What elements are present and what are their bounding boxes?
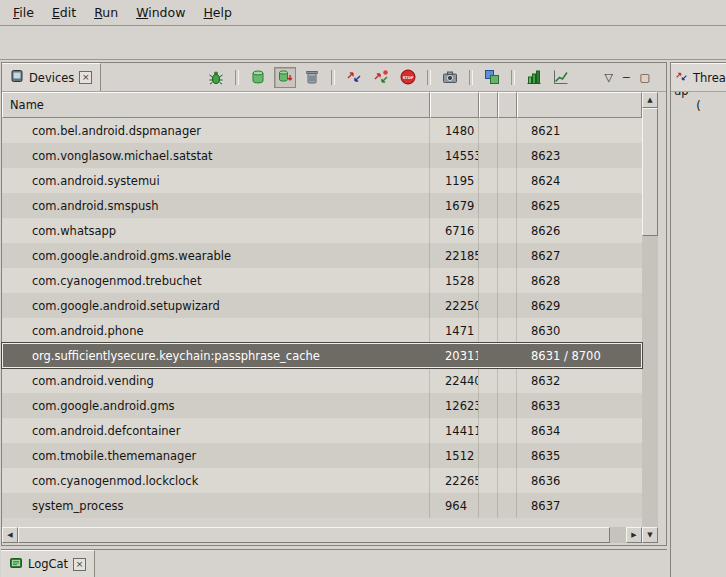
cell-empty: [479, 143, 498, 168]
tab-devices[interactable]: Devices ×: [2, 63, 101, 91]
table-row[interactable]: com.cyanogenmod.trebuchet15288628: [2, 268, 642, 293]
table-row[interactable]: com.google.android.gms.wearable221858627: [2, 243, 642, 268]
stop-process-icon[interactable]: STOP: [397, 67, 419, 88]
menu-bar: FileEditRunWindowHelp: [0, 0, 726, 26]
view-menu-icon[interactable]: ▽: [605, 72, 613, 83]
logcat-tab-label: LogCat: [28, 557, 68, 571]
tab-threads[interactable]: Threads: [671, 63, 726, 91]
cell-name: com.bel.android.dspmanager: [2, 118, 430, 143]
line-chart-icon[interactable]: [550, 67, 572, 88]
table-row[interactable]: com.android.phone14718630: [2, 318, 642, 343]
minimize-icon[interactable]: ─: [623, 72, 630, 83]
cell-pid: 12623: [430, 393, 479, 418]
device-tab-icon: [10, 69, 24, 86]
toolbar-separator: [427, 70, 431, 85]
dump-view-hierarchy-icon[interactable]: [481, 67, 503, 88]
cell-port: 8623: [517, 143, 642, 168]
cell-pid: 20311: [430, 343, 479, 368]
maximize-icon[interactable]: ▢: [640, 72, 650, 83]
cell-name: com.android.vending: [2, 368, 430, 393]
cell-port: 8629: [517, 293, 642, 318]
vertical-scrollbar[interactable]: ▲ ▼: [642, 92, 658, 543]
threads-panel-header: Threads: [671, 63, 726, 92]
cell-name: com.tmobile.thememanager: [2, 443, 430, 468]
update-threads-icon[interactable]: [343, 67, 365, 88]
cell-empty: [479, 318, 498, 343]
horizontal-scrollbar-thumb[interactable]: [18, 527, 610, 543]
cell-pid: 22185: [430, 243, 479, 268]
table-row[interactable]: com.android.defcontainer144118634: [2, 418, 642, 443]
debug-icon[interactable]: [205, 67, 227, 88]
threads-tab-label: Threads: [693, 71, 726, 85]
table-row[interactable]: com.android.smspush16798625: [2, 193, 642, 218]
cell-port: 8628: [517, 268, 642, 293]
dump-hprof-icon[interactable]: [274, 67, 296, 88]
menu-item-run[interactable]: Run: [85, 2, 127, 23]
table-header: Name: [2, 92, 642, 118]
menu-item-edit[interactable]: Edit: [43, 2, 85, 23]
table-row[interactable]: com.android.vending224408632: [2, 368, 642, 393]
table-row[interactable]: org.sufficientlysecure.keychain:passphra…: [2, 343, 642, 368]
cell-pid: 14553: [430, 143, 479, 168]
cell-port: 8635: [517, 443, 642, 468]
menu-item-file[interactable]: File: [4, 2, 43, 23]
devices-tab-label: Devices: [29, 71, 74, 85]
close-icon[interactable]: ×: [73, 558, 86, 571]
device-table-body: com.bel.android.dspmanager14808621com.vo…: [2, 118, 642, 518]
menu-item-window[interactable]: Window: [127, 2, 194, 23]
cell-empty: [479, 443, 498, 468]
cause-gc-icon[interactable]: [301, 67, 323, 88]
table-row[interactable]: com.tmobile.thememanager15128635: [2, 443, 642, 468]
cell-port: 8624: [517, 168, 642, 193]
cell-empty: [498, 418, 517, 443]
table-row[interactable]: com.cyanogenmod.lockclock222658636: [2, 468, 642, 493]
table-row[interactable]: com.vonglasow.michael.satstat145538623: [2, 143, 642, 168]
menu-item-help[interactable]: Help: [194, 2, 241, 23]
column-header-empty[interactable]: [479, 92, 498, 118]
vertical-scrollbar-thumb[interactable]: [642, 108, 658, 236]
cell-pid: 14411: [430, 418, 479, 443]
tab-logcat[interactable]: LogCat ×: [1, 550, 95, 577]
scroll-right-button[interactable]: ▶: [626, 527, 642, 543]
devices-panel-header: Devices × STOP ▽─▢: [2, 63, 666, 92]
cell-empty: [479, 268, 498, 293]
scroll-left-button[interactable]: ◀: [2, 527, 18, 543]
scroll-down-button[interactable]: ▼: [642, 527, 658, 543]
bar-chart-icon[interactable]: [523, 67, 545, 88]
table-row[interactable]: com.bel.android.dspmanager14808621: [2, 118, 642, 143]
close-icon[interactable]: ×: [79, 71, 92, 84]
column-header-name[interactable]: Name: [2, 92, 430, 118]
cell-empty: [498, 468, 517, 493]
column-header-port[interactable]: [517, 92, 642, 118]
cell-port: 8632: [517, 368, 642, 393]
logcat-tab-icon: [9, 556, 23, 573]
horizontal-scrollbar[interactable]: ◀ ▶: [2, 527, 642, 543]
scroll-up-button[interactable]: ▲: [642, 92, 658, 108]
cell-empty: [479, 193, 498, 218]
table-row[interactable]: com.android.systemui11958624: [2, 168, 642, 193]
table-row[interactable]: com.whatsapp67168626: [2, 218, 642, 243]
cell-empty: [479, 218, 498, 243]
update-heap-icon[interactable]: [247, 67, 269, 88]
column-header-empty[interactable]: [498, 92, 517, 118]
cell-name: com.google.android.gms: [2, 393, 430, 418]
start-method-profiling-icon[interactable]: [370, 67, 392, 88]
cell-pid: 1679: [430, 193, 479, 218]
svg-text:STOP: STOP: [403, 76, 414, 80]
ddms-window: FileEditRunWindowHelp Devices × STOP ▽─▢…: [0, 0, 726, 577]
column-header-pid[interactable]: [430, 92, 479, 118]
cell-pid: 22250: [430, 293, 479, 318]
cell-name: com.google.android.gms.wearable: [2, 243, 430, 268]
cell-empty: [498, 243, 517, 268]
screen-capture-icon[interactable]: [439, 67, 461, 88]
table-row[interactable]: com.google.android.setupwizard222508629: [2, 293, 642, 318]
cell-name: com.whatsapp: [2, 218, 430, 243]
cell-pid: 1471: [430, 318, 479, 343]
table-row[interactable]: com.google.android.gms126238633: [2, 393, 642, 418]
threads-tab-icon: [675, 70, 688, 86]
table-row[interactable]: system_process9648637: [2, 493, 642, 518]
cell-empty: [498, 443, 517, 468]
cell-empty: [498, 193, 517, 218]
cell-empty: [498, 168, 517, 193]
threads-panel: Threads Thread up (: [670, 62, 726, 577]
